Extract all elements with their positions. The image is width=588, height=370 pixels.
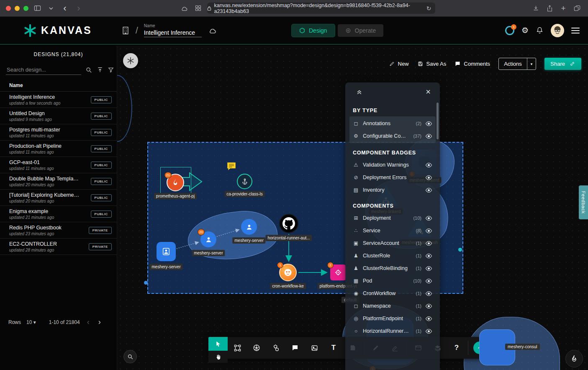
status-ring-icon[interactable]: 1	[505, 26, 514, 35]
rows-per-page-select[interactable]: 10 ▾	[26, 319, 36, 325]
tab-overview-icon[interactable]	[572, 3, 582, 13]
settings-gear-icon[interactable]: ⚙	[521, 26, 529, 35]
design-list-item[interactable]: Enigma example updated 21 minutes ago PU…	[0, 206, 117, 222]
collapse-panel-icon[interactable]	[356, 89, 362, 95]
node-ca-provider-class[interactable]: ca-provider-class-ls	[237, 174, 252, 189]
design-list-item[interactable]: Postgres multi-master updated 11 minutes…	[0, 124, 117, 141]
url-bar[interactable]: kanvas.new/extension/meshmap?mode=design…	[207, 3, 435, 14]
visibility-eye-icon[interactable]	[425, 266, 432, 271]
design-list-item[interactable]: GCP-east-01 updated 11 minutes ago PUBLI…	[0, 157, 117, 173]
component-row[interactable]: ClusterRole (1)	[349, 249, 436, 262]
design-list-item[interactable]: Redis PHP Guestbook updated 23 minutes a…	[0, 222, 117, 239]
visibility-eye-icon[interactable]	[425, 162, 432, 168]
visibility-eye-icon[interactable]	[425, 316, 432, 321]
node-cron-workflow[interactable]: 1 cron-workflow-ke	[279, 264, 297, 281]
cloud-icon[interactable]	[180, 3, 190, 13]
new-tab-icon[interactable]: +	[558, 3, 568, 13]
comments-button[interactable]: Comments	[454, 61, 490, 67]
next-page-button[interactable]: ›	[97, 318, 103, 326]
filter-icon[interactable]	[108, 67, 114, 73]
previous-page-button[interactable]: ‹	[85, 318, 91, 326]
component-row[interactable]: Namespace (1)	[349, 300, 436, 312]
component-row[interactable]: HorizontalRunnerAutoscaler (1)	[349, 325, 436, 337]
node-meshery-server-account[interactable]: meshery-server	[157, 242, 176, 261]
selection-handle[interactable]	[458, 248, 462, 252]
visibility-eye-icon[interactable]	[425, 329, 432, 334]
visibility-eye-icon[interactable]	[425, 228, 432, 234]
shapes-tool[interactable]	[266, 337, 285, 359]
badge-toggle-row[interactable]: Deployment Errors	[349, 171, 436, 184]
import-design-icon[interactable]	[97, 67, 103, 73]
actions-button[interactable]: Actions ▾	[498, 58, 536, 70]
user-avatar[interactable]	[551, 24, 564, 37]
forward-button[interactable]: ›	[74, 3, 84, 13]
layer-type-row[interactable]: Configurable Components (37)	[349, 130, 436, 142]
component-row[interactable]: ClusterRoleBinding (1)	[349, 262, 436, 275]
visibility-eye-icon[interactable]	[425, 278, 432, 284]
layer-type-row[interactable]: Annotations (2)	[349, 117, 436, 130]
component-row[interactable]: Deployment (10)	[349, 212, 436, 224]
badge-toggle-row[interactable]: Validation Warnings	[349, 159, 436, 171]
share-icon[interactable]	[544, 3, 555, 13]
visibility-eye-icon[interactable]	[425, 253, 432, 259]
save-as-button[interactable]: Save As	[417, 61, 447, 67]
menu-hamburger-icon[interactable]	[571, 28, 580, 33]
design-list-item[interactable]: [Tutorial] Exploring Kubernetes Pod upda…	[0, 190, 117, 206]
chevron-down-icon[interactable]	[46, 3, 56, 13]
design-list-item[interactable]: Untitled Design updated 9 minutes ago PU…	[0, 108, 117, 124]
node-meshery-server[interactable]: 20 meshery-server	[200, 231, 216, 247]
window-zoom-button[interactable]	[23, 6, 28, 11]
kanvas-logo[interactable]: KANVAS	[24, 24, 92, 37]
tab-design[interactable]: Design	[292, 24, 335, 37]
panel-scrollbar[interactable]	[437, 103, 439, 139]
back-button[interactable]: ‹	[60, 3, 70, 13]
downloads-icon[interactable]	[531, 3, 541, 13]
new-design-button[interactable]: New	[389, 61, 409, 67]
close-panel-icon[interactable]: ×	[426, 87, 431, 97]
pointer-tool[interactable]	[208, 337, 228, 351]
actions-dropdown-chevron[interactable]: ▾	[527, 58, 536, 69]
comment-annotation[interactable]	[226, 161, 237, 172]
component-row[interactable]: PlatformEndpoint (1)	[349, 312, 436, 325]
sidebar-toggle-icon[interactable]	[32, 3, 42, 13]
tab-operate[interactable]: Operate	[338, 24, 384, 37]
design-list-item[interactable]: Production-alt Pipeline updated 11 minut…	[0, 141, 117, 157]
component-row[interactable]: Pod (10)	[349, 275, 436, 287]
schematic-tool[interactable]	[228, 337, 247, 359]
visibility-eye-icon[interactable]	[425, 188, 432, 193]
design-list-item[interactable]: Double Bubble Map Template-copy updated …	[0, 173, 117, 190]
visibility-eye-icon[interactable]	[425, 175, 432, 180]
notifications-bell-icon[interactable]	[536, 26, 544, 35]
snowflake-button[interactable]	[123, 53, 138, 68]
organization-icon[interactable]	[121, 26, 130, 35]
reload-icon[interactable]: ↻	[426, 5, 431, 12]
window-minimize-button[interactable]	[15, 6, 20, 11]
design-list-item[interactable]: Intelligent Inference updated a few seco…	[0, 92, 117, 108]
design-list-item[interactable]: EC2-CONTROLLER updated 28 minutes ago PR…	[0, 239, 117, 255]
design-name-input[interactable]	[144, 28, 202, 37]
kubernetes-tool[interactable]	[247, 337, 266, 359]
text-tool[interactable]: T	[324, 337, 343, 359]
image-tool[interactable]	[305, 337, 324, 359]
node-platform-endpoint[interactable]: 2 platform-endpoint-yt	[330, 265, 346, 280]
search-input[interactable]	[6, 65, 81, 75]
window-close-button[interactable]	[6, 6, 11, 11]
component-row[interactable]: Service (8)	[349, 224, 436, 237]
flame-button[interactable]	[565, 350, 583, 367]
component-row[interactable]: CronWorkflow (1)	[349, 287, 436, 300]
visibility-eye-icon[interactable]	[425, 216, 432, 221]
visibility-eye-icon[interactable]	[425, 134, 432, 139]
share-button[interactable]: Share	[544, 58, 581, 70]
feedback-tab[interactable]: Feedback	[579, 185, 588, 219]
visibility-eye-icon[interactable]	[425, 241, 432, 246]
visibility-eye-icon[interactable]	[425, 291, 432, 296]
selection-handle[interactable]	[144, 281, 148, 285]
badge-toggle-row[interactable]: Inventory	[349, 184, 436, 196]
node-prometheus-agent[interactable]: 21 prometheus-agent-pj	[167, 174, 184, 191]
comment-tool[interactable]	[285, 337, 305, 359]
zoom-icon[interactable]	[123, 350, 137, 363]
visibility-eye-icon[interactable]	[425, 121, 432, 126]
extensions-icon[interactable]	[193, 3, 203, 13]
node-horizontal-runner-autoscaler[interactable]: horizontal-runner-aut...	[279, 214, 298, 233]
help-tool[interactable]: ?	[447, 337, 466, 359]
